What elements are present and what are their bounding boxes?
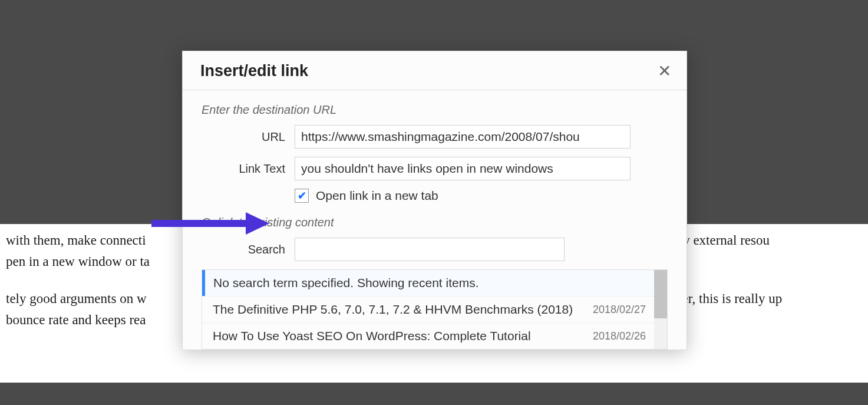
- result-date: 2018/02/27: [593, 304, 646, 316]
- annotation-arrow: [151, 212, 275, 233]
- bg-text: tely good arguments on w: [6, 291, 147, 306]
- dialog-header: Insert/edit link ✕: [183, 51, 687, 90]
- url-label: URL: [202, 130, 295, 144]
- result-date: 2018/02/26: [593, 330, 646, 343]
- close-icon[interactable]: ✕: [658, 63, 671, 80]
- link-text-label: Link Text: [202, 162, 295, 176]
- search-row: Search: [202, 238, 668, 261]
- list-item[interactable]: How To Use Yoast SEO On WordPress: Compl…: [202, 322, 667, 349]
- bg-text: with them, make connecti: [6, 233, 146, 248]
- result-title: The Definitive PHP 5.6, 7.0, 7.1, 7.2 & …: [213, 302, 573, 317]
- result-title: How To Use Yoast SEO On WordPress: Compl…: [213, 329, 531, 343]
- new-tab-label: Open link in a new tab: [316, 189, 438, 203]
- search-label: Search: [202, 243, 295, 256]
- scrollbar-track[interactable]: [654, 270, 667, 349]
- link-text-input[interactable]: [295, 157, 631, 180]
- insert-link-dialog: Insert/edit link ✕ Enter the destination…: [182, 51, 687, 350]
- url-row: URL: [202, 125, 668, 149]
- bg-text: pen in a new window or ta: [6, 254, 150, 269]
- new-tab-row: ✔ Open link in a new tab: [295, 189, 668, 203]
- list-item[interactable]: The Definitive PHP 5.6, 7.0, 7.1, 7.2 & …: [202, 296, 667, 322]
- search-results: No search term specified. Showing recent…: [202, 269, 668, 350]
- destination-hint: Enter the destination URL: [202, 103, 668, 117]
- results-message: No search term specified. Showing recent…: [202, 270, 667, 296]
- search-input[interactable]: [295, 238, 565, 261]
- url-input[interactable]: [295, 125, 631, 149]
- dialog-title: Insert/edit link: [200, 62, 308, 80]
- bg-text: bounce rate and keeps rea: [6, 312, 146, 327]
- link-text-row: Link Text: [202, 157, 668, 180]
- new-tab-checkbox[interactable]: ✔: [295, 189, 309, 203]
- scrollbar-thumb[interactable]: [654, 270, 667, 318]
